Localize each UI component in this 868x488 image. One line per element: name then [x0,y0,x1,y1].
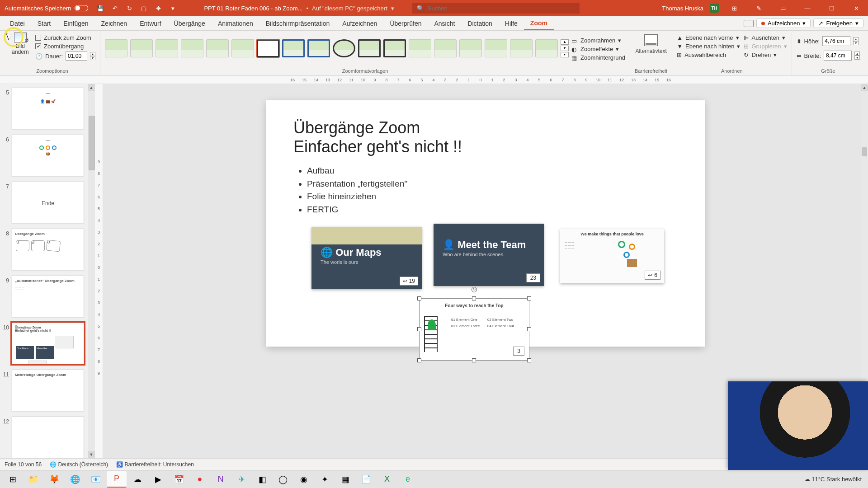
ribbon-display-icon[interactable]: ▭ [774,0,792,16]
style-7-selected[interactable] [257,39,279,57]
start-button[interactable]: ⊞ [3,471,23,488]
slide-thumbnail[interactable]: 10Übergänge ZoomEinfacher geht's nicht !… [2,323,92,364]
firefox-icon[interactable]: 🦊 [44,471,64,488]
file-explorer-icon[interactable]: 📁 [24,471,43,488]
return-to-zoom-checkbox[interactable]: Zurück zum Zoom [35,34,95,41]
resize-handle[interactable] [472,358,476,362]
tab-einfuegen[interactable]: Einfügen [57,16,94,30]
chrome-icon[interactable]: 🌐 [65,471,85,488]
record-button[interactable]: Aufzeichnen▾ [756,19,811,28]
slide-thumbnail[interactable]: 9„Automatischer" Übergänge Zoom— — —— — … [2,276,92,317]
tab-bildschirmpraesentation[interactable]: Bildschirmpräsentation [259,16,336,30]
app-icon[interactable]: ◯ [273,471,293,488]
minimize-icon[interactable]: — [798,0,816,16]
resize-handle[interactable] [417,327,421,331]
style-10[interactable] [333,39,355,57]
duration-field[interactable]: 🕐 Dauer: ▲▼ [35,52,95,61]
slideshow-icon[interactable]: ▢ [140,4,148,12]
onenote-icon[interactable]: N [211,471,231,488]
bring-forward-button[interactable]: ▲ Ebene nach vorne ▾ [677,34,740,41]
powerpoint-icon[interactable]: P [107,471,127,488]
width-field[interactable]: ⬌Breite:▲▼ [797,51,860,61]
scroll-down-icon[interactable]: ▼ [88,451,95,458]
tab-aufzeichnen[interactable]: Aufzeichnen [336,16,383,30]
coming-soon-icon[interactable]: ⊞ [725,0,743,16]
scroll-thumb[interactable] [862,147,867,156]
zoom-frame-team[interactable]: 👤 Meet the Team Who are behind the scene… [434,224,544,286]
resize-handle[interactable] [472,296,476,300]
slide-thumbnails-pane[interactable]: 5—👤 💼 🚀6—📦7Ende8Übergänge Zoom↺↺↺9„Autom… [0,84,95,458]
height-field[interactable]: ⬍Höhe:▲▼ [797,36,860,46]
change-image-button[interactable]: Bild ändern [9,33,32,55]
resize-handle[interactable] [417,296,421,300]
app-icon[interactable]: 📄 [356,471,376,488]
style-17[interactable] [510,39,533,57]
style-14[interactable] [434,39,457,57]
width-input[interactable] [824,51,852,61]
style-2[interactable] [130,39,153,57]
app-icon[interactable]: ◉ [294,471,314,488]
app-icon[interactable]: ● [190,471,210,488]
zoom-transition-checkbox[interactable]: Zoomübergang [35,43,95,50]
resize-handle[interactable] [527,327,531,331]
spin-down[interactable]: ▼ [90,56,95,60]
vlc-icon[interactable]: ▶ [148,471,168,488]
slide-thumbnail[interactable]: 5—👤 💼 🚀 [2,88,92,129]
style-8[interactable] [282,39,305,57]
selected-zoom-frame[interactable]: Four ways to reach the Top 01 Element On… [419,298,529,361]
telegram-icon[interactable]: ✈ [231,471,251,488]
scroll-up-icon[interactable]: ▲ [88,84,95,91]
tab-zoom[interactable]: Zoom [524,16,554,30]
style-3[interactable] [156,39,178,57]
app-icon[interactable]: 📅 [169,471,189,488]
share-button[interactable]: ↗Freigeben▾ [813,19,863,28]
tab-animationen[interactable]: Animationen [212,16,259,30]
app-icon[interactable]: ◧ [252,471,272,488]
style-5[interactable] [206,39,229,57]
style-11[interactable] [358,39,381,57]
thumbs-scrollbar[interactable]: ▲ ▼ [88,84,95,458]
style-18[interactable] [535,39,558,57]
style-12[interactable] [383,39,406,57]
rotate-button[interactable]: ↻ Drehen ▾ [744,52,787,58]
tab-dictation[interactable]: Dictation [461,16,498,30]
scroll-thumb[interactable] [89,116,95,170]
spin-up[interactable]: ▲ [90,52,95,56]
slide-canvas[interactable]: Übergänge ZoomEinfacher geht's nicht !! … [266,100,705,347]
search-input[interactable] [428,5,575,12]
slide-thumbnail[interactable]: 11Mehrstufige Übergänge Zoom [2,370,92,411]
tab-ueberpruefen[interactable]: Überprüfen [383,16,428,30]
maximize-icon[interactable]: ☐ [823,0,841,16]
resize-handle[interactable] [527,296,531,300]
slide-thumbnail[interactable]: 8Übergänge Zoom↺↺↺ [2,229,92,270]
style-6[interactable] [231,39,254,57]
edge-icon[interactable]: e [398,471,418,488]
style-1[interactable] [105,39,127,57]
language-indicator[interactable]: 🌐 Deutsch (Österreich) [50,461,108,468]
app-icon[interactable]: ▦ [335,471,355,488]
app-icon[interactable]: ☁ [127,471,147,488]
resize-handle[interactable] [527,358,531,362]
undo-icon[interactable]: ↶ [111,4,119,12]
send-backward-button[interactable]: ▼ Ebene nach hinten ▾ [677,43,740,50]
avatar[interactable]: TH [710,4,719,13]
tab-entwurf[interactable]: Entwurf [133,16,167,30]
close-icon[interactable]: ✕ [847,0,865,16]
excel-icon[interactable]: X [377,471,397,488]
slide-counter[interactable]: Folie 10 von 56 [5,461,42,468]
style-4[interactable] [181,39,203,57]
rotate-handle[interactable] [472,287,477,292]
align-button[interactable]: ⊫ Ausrichten ▾ [744,34,787,41]
outlook-icon[interactable]: 📧 [86,471,106,488]
tab-datei[interactable]: Datei [4,16,31,30]
zoom-effects-button[interactable]: ◐Zoomeffekte ▾ [571,46,625,52]
user-name[interactable]: Thomas Hruska [662,5,703,12]
slide-thumbnail[interactable]: 7Ende [2,182,92,223]
accessibility-check[interactable]: ♿ Barrierefreiheit: Untersuchen [116,461,194,468]
zoom-background-button[interactable]: ▦Zoomhintergrund [571,54,625,61]
tab-start[interactable]: Start [31,16,57,30]
resize-handle[interactable] [417,358,421,362]
tab-ansicht[interactable]: Ansicht [428,16,461,30]
tab-zeichnen[interactable]: Zeichnen [95,16,134,30]
slide-thumbnail[interactable]: 6—📦 [2,135,92,176]
